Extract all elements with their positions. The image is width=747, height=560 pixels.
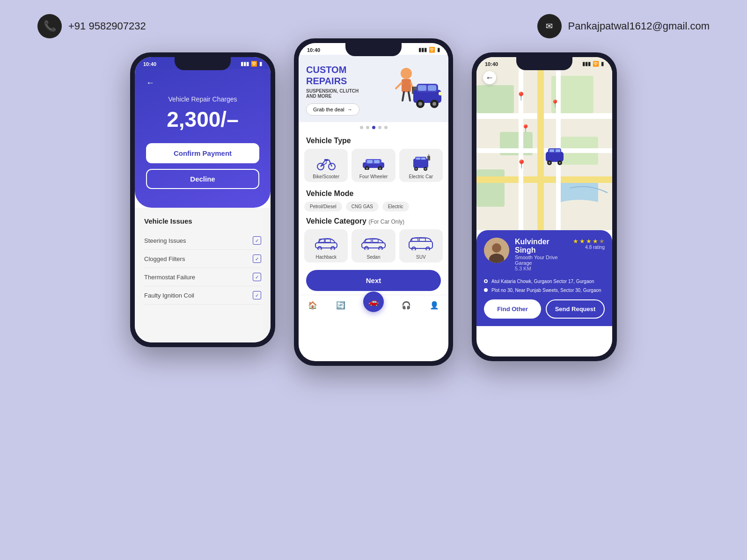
electric-icon: [402, 153, 440, 172]
svg-point-71: [549, 162, 550, 164]
star-2: ★: [579, 238, 585, 245]
banner-car-illustration: [378, 59, 444, 111]
map-section: 10:40 ▮▮▮🛜▮ ←: [476, 57, 612, 230]
svg-point-24: [366, 167, 368, 169]
check-filters[interactable]: ✓: [253, 255, 261, 263]
rating-section: ★ ★ ★ ★ ★ 4.8 rating: [573, 238, 605, 250]
back-arrow-icon[interactable]: ←: [146, 78, 259, 88]
svg-point-15: [439, 92, 442, 95]
promo-banner: CUSTOMREPAIRS SUSPENSION, CLUTCHAND MORE…: [299, 55, 448, 122]
svg-line-2: [396, 83, 402, 88]
decline-button[interactable]: Decline: [146, 169, 259, 189]
route-from: Atul Kataria Chowk, Gurgaon Sector 17, G…: [484, 277, 605, 286]
grab-deal-button[interactable]: Grab the deal →: [306, 103, 359, 116]
mechanic-distance: 5.3 KM: [515, 266, 567, 271]
phones-container: 10:40 ▮▮▮ 🛜 ▮ ← Vehicle Repair Charges 2…: [0, 43, 747, 375]
dot-2: [366, 126, 369, 129]
banner-title: CUSTOMREPAIRS: [306, 64, 386, 87]
wifi-icon: 🛜: [429, 47, 435, 53]
send-request-button[interactable]: Send Request: [546, 299, 605, 319]
svg-rect-58: [476, 113, 612, 119]
svg-point-0: [401, 68, 412, 79]
email-address: Pankajpatwal1612@gmail.com: [568, 20, 710, 32]
vehicle-type-cards: Bike/Scooter Four Wheeler: [299, 149, 448, 186]
svg-text:📍: 📍: [521, 124, 530, 133]
vehicle-card-bike[interactable]: Bike/Scooter: [304, 149, 348, 182]
svg-point-77: [492, 243, 501, 253]
route-from-text: Atul Kataria Chowk, Gurgaon Sector 17, G…: [491, 278, 594, 284]
phone3-notch: [516, 57, 572, 70]
svg-text:📍: 📍: [550, 99, 560, 108]
vehicle-category-title: Vehicle Category (For Car Only): [299, 213, 448, 229]
phone-icon: 📞: [37, 14, 62, 38]
category-hatchback[interactable]: Hachback: [304, 229, 348, 262]
issue-label: Thermostat Failure: [144, 274, 195, 281]
phone-contact: 📞 +91 9582907232: [37, 14, 146, 38]
svg-point-32: [415, 168, 417, 170]
mode-cng[interactable]: CNG GAS: [346, 202, 379, 211]
dot-5: [384, 126, 388, 129]
map-svg: 📍 📍 📍 📍: [476, 57, 612, 230]
svg-rect-10: [428, 85, 436, 91]
star-4: ★: [593, 238, 598, 245]
origin-dot: [484, 279, 488, 283]
sedan-icon: [354, 234, 392, 253]
svg-rect-21: [367, 160, 373, 163]
find-other-button[interactable]: Find Other: [484, 299, 541, 319]
svg-point-34: [425, 168, 426, 170]
svg-rect-22: [374, 160, 380, 163]
nav-profile[interactable]: 👤: [429, 299, 440, 311]
suv-icon: [402, 234, 440, 253]
next-button[interactable]: Next: [306, 270, 441, 291]
mechanic-info-top: Kulvinder Singh Smooth Your Drive Garage…: [484, 238, 605, 271]
grab-deal-label: Grab the deal: [313, 107, 344, 112]
phone1-notch: [175, 57, 231, 70]
hatchback-label: Hachback: [315, 255, 336, 260]
svg-rect-49: [419, 238, 425, 241]
svg-rect-30: [421, 158, 425, 160]
svg-rect-60: [476, 176, 612, 183]
star-1: ★: [573, 238, 579, 245]
rating-number: 4.8 rating: [573, 245, 605, 250]
issue-label: Clogged Filters: [144, 255, 185, 262]
arrow-icon: →: [347, 107, 352, 112]
check-thermostat[interactable]: ✓: [253, 273, 261, 281]
mechanic-details: Kulvinder Singh Smooth Your Drive Garage…: [515, 238, 567, 271]
check-ignition[interactable]: ✓: [253, 291, 261, 299]
category-suv[interactable]: SUV: [399, 229, 443, 262]
phone-payment: 10:40 ▮▮▮ 🛜 ▮ ← Vehicle Repair Charges 2…: [130, 52, 275, 347]
nav-home[interactable]: 🏠: [307, 299, 318, 311]
phone2-time: 10:40: [307, 47, 320, 53]
mechanic-card: Kulvinder Singh Smooth Your Drive Garage…: [476, 230, 612, 326]
svg-rect-61: [519, 57, 523, 230]
electric-label: Electric Car: [409, 174, 433, 179]
svg-rect-57: [476, 169, 505, 207]
map-back-button[interactable]: ←: [483, 71, 496, 84]
nav-support[interactable]: 🎧: [401, 299, 412, 311]
charge-label: Vehicle Repair Charges: [146, 95, 259, 103]
email-icon: ✉: [537, 14, 562, 38]
mode-petrol[interactable]: Petrol/Diesel: [304, 202, 342, 211]
check-steering[interactable]: ✓: [253, 236, 261, 245]
vehicle-issues-section: Vehicle Issues Steering Issues ✓ Clogged…: [135, 208, 271, 342]
vehicle-card-car[interactable]: Four Wheeler: [352, 149, 395, 182]
svg-point-73: [559, 162, 561, 164]
category-sedan[interactable]: Sedan: [352, 229, 395, 262]
sedan-label: Sedan: [367, 255, 381, 260]
vehicle-mode-title: Vehicle Mode: [299, 186, 448, 202]
phone2-status-icons: ▮▮▮ 🛜 ▮: [418, 47, 440, 53]
issue-label: Steering Issues: [144, 237, 186, 244]
svg-rect-29: [416, 158, 420, 160]
confirm-payment-button[interactable]: Confirm Payment: [146, 143, 259, 163]
nav-vehicle-center[interactable]: 🚗: [363, 291, 384, 312]
nav-refresh[interactable]: 🔄: [335, 299, 346, 311]
mechanic-name: Kulvinder Singh: [515, 238, 567, 255]
vehicle-card-electric[interactable]: Electric Car: [399, 149, 443, 182]
car-label: Four Wheeler: [359, 174, 388, 179]
payment-top-section: ← Vehicle Repair Charges 2,300/– Confirm…: [135, 69, 271, 208]
vehicle-type-title: Vehicle Type: [299, 133, 448, 149]
svg-rect-68: [546, 152, 564, 162]
email-contact: ✉ Pankajpatwal1612@gmail.com: [537, 14, 710, 38]
mode-electric[interactable]: Electric: [382, 202, 409, 211]
wifi-icon: 🛜: [251, 61, 257, 67]
